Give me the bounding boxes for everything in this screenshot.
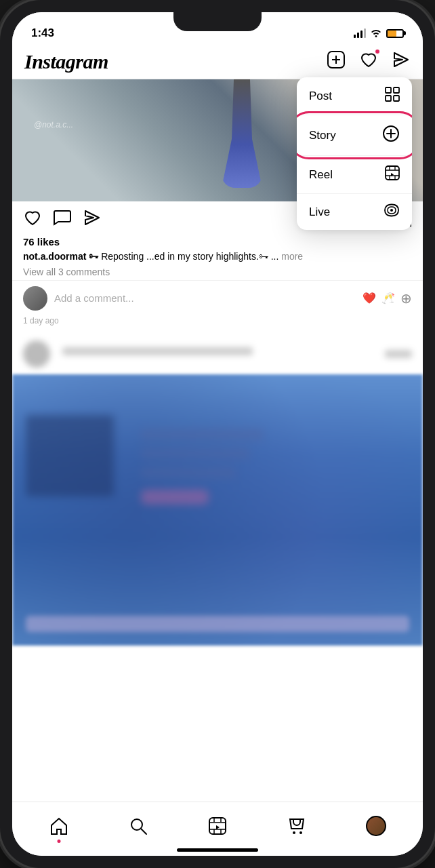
like-button[interactable] <box>23 208 42 232</box>
nav-profile[interactable] <box>359 809 393 843</box>
home-indicator <box>177 848 258 852</box>
svg-rect-10 <box>386 96 391 101</box>
story-plus-icon <box>382 125 400 146</box>
grid-icon <box>385 87 400 105</box>
svg-point-6 <box>293 831 295 834</box>
post-caption: not.a.doormat 🗝 Reposting ...ed in my st… <box>12 250 423 267</box>
header-icons <box>327 50 411 73</box>
dropdown-reel[interactable]: Reel <box>297 156 412 194</box>
signal-bars-icon <box>354 28 366 38</box>
svg-point-16 <box>390 209 393 212</box>
reel-label: Reel <box>309 168 333 182</box>
story-label: Story <box>309 129 336 142</box>
nav-search[interactable] <box>121 809 155 843</box>
dropdown-live[interactable]: Live <box>297 194 412 230</box>
view-comments-link[interactable]: View all 3 comments <box>12 267 423 280</box>
status-time: 1:43 <box>31 26 54 40</box>
nav-home[interactable] <box>42 809 76 843</box>
more-link[interactable]: more <box>281 251 303 262</box>
comment-area: Add a comment... ❤️ 🥂 ⊕ <box>12 280 423 316</box>
dropdown-menu: Post Story <box>297 77 412 230</box>
svg-rect-11 <box>394 96 399 101</box>
svg-rect-9 <box>394 87 399 93</box>
add-emoji-button[interactable]: ⊕ <box>400 290 412 307</box>
status-bar: 1:43 <box>12 12 423 46</box>
app-header: Instagram <box>12 46 423 79</box>
activity-button[interactable] <box>359 50 378 73</box>
likes-count: 76 likes <box>12 236 423 250</box>
create-button[interactable] <box>327 50 346 73</box>
app-logo: Instagram <box>24 50 108 73</box>
status-icons <box>354 28 404 39</box>
time-ago: 1 day ago <box>12 316 423 334</box>
comment-button[interactable] <box>53 208 72 232</box>
profile-avatar <box>366 816 386 836</box>
svg-point-7 <box>299 831 302 834</box>
dropdown-story[interactable]: Story <box>297 115 412 156</box>
comment-avatar <box>23 286 47 311</box>
svg-rect-15 <box>386 166 399 180</box>
share-button[interactable] <box>83 208 102 232</box>
caption-text: Reposting ...ed in my story highlights.🗝… <box>101 251 281 262</box>
home-dot <box>57 840 60 843</box>
wifi-icon <box>370 28 382 39</box>
live-label: Live <box>309 205 330 219</box>
post-watermark: @not.a.c... <box>34 120 73 130</box>
dropdown-post[interactable]: Post <box>297 77 412 115</box>
next-post-image <box>12 374 423 646</box>
dropdown-overlay: Post Story <box>297 77 412 230</box>
notification-dot <box>375 49 380 54</box>
phone-frame: 1:43 Instagram <box>0 0 435 868</box>
comment-emojis: ❤️ 🥂 ⊕ <box>362 290 412 307</box>
comment-input[interactable]: Add a comment... <box>54 292 356 304</box>
reel-icon <box>385 165 400 184</box>
nav-reels[interactable] <box>201 809 234 843</box>
blurred-next-row <box>12 334 423 374</box>
post-actions-left <box>23 208 102 232</box>
post-label: Post <box>309 90 332 103</box>
dm-button[interactable] <box>392 50 411 73</box>
battery-icon <box>386 29 404 38</box>
svg-rect-8 <box>386 87 391 93</box>
phone-screen: 1:43 Instagram <box>12 12 423 856</box>
svg-line-4 <box>141 829 146 834</box>
bottom-nav <box>12 802 423 856</box>
notch <box>173 12 262 31</box>
caption-username: not.a.doormat 🗝 <box>23 251 98 262</box>
heart-emoji: ❤️ <box>362 292 376 304</box>
svg-rect-5 <box>209 818 226 834</box>
live-icon <box>384 203 400 220</box>
nav-shop[interactable] <box>280 809 314 843</box>
toast-emoji: 🥂 <box>381 292 395 304</box>
